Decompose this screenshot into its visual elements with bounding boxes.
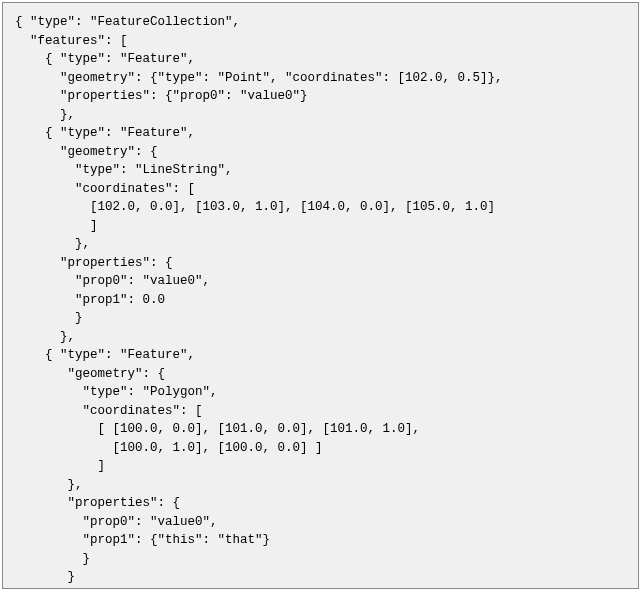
code-content: { "type": "FeatureCollection", "features… [15,13,626,589]
code-block: { "type": "FeatureCollection", "features… [2,2,639,589]
